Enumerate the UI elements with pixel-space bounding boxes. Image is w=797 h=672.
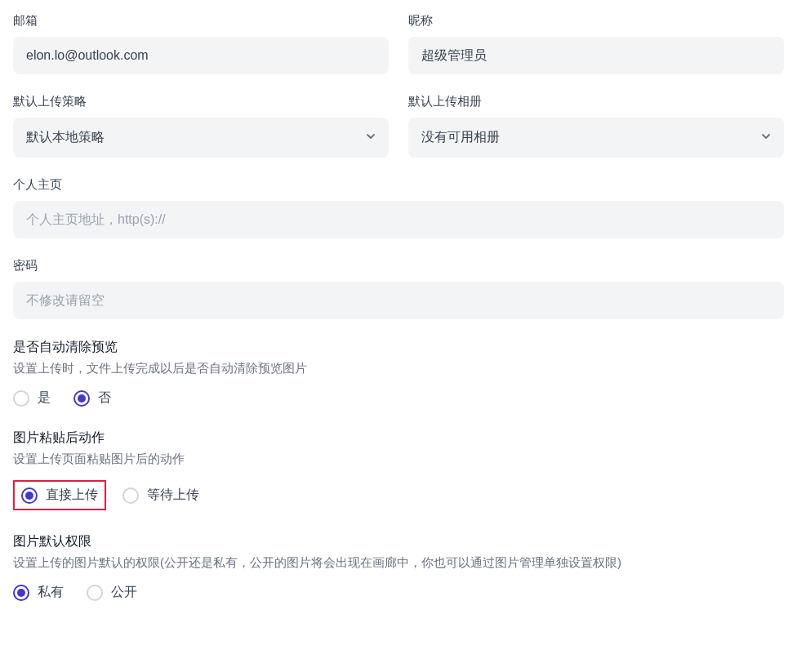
radio-label: 是 — [38, 389, 51, 407]
password-input[interactable] — [13, 282, 784, 319]
paste-action-desc: 设置上传页面粘贴图片后的动作 — [13, 452, 784, 467]
email-label: 邮箱 — [13, 13, 389, 29]
auto-clear-no-radio[interactable]: 否 — [73, 389, 111, 407]
paste-direct-radio[interactable]: 直接上传 — [21, 487, 98, 504]
password-label: 密码 — [13, 258, 784, 274]
radio-icon — [87, 585, 103, 601]
radio-icon — [73, 390, 90, 407]
upload-album-select[interactable]: 没有可用相册 — [408, 118, 784, 158]
radio-icon — [21, 487, 38, 504]
paste-action-title: 图片粘贴后动作 — [13, 429, 784, 447]
nickname-input[interactable] — [408, 37, 784, 74]
auto-clear-title: 是否自动清除预览 — [13, 339, 784, 356]
highlight-annotation: 直接上传 — [13, 480, 106, 510]
email-input[interactable] — [13, 37, 389, 74]
paste-wait-radio[interactable]: 等待上传 — [122, 487, 199, 504]
upload-album-label: 默认上传相册 — [408, 94, 784, 109]
homepage-label: 个人主页 — [13, 177, 784, 193]
homepage-input[interactable] — [13, 201, 784, 238]
radio-label: 私有 — [38, 584, 64, 601]
auto-clear-yes-radio[interactable]: 是 — [13, 389, 51, 407]
radio-label: 公开 — [111, 584, 137, 601]
radio-icon — [122, 487, 139, 504]
radio-label: 等待上传 — [147, 487, 199, 504]
radio-label: 否 — [98, 389, 111, 407]
permission-private-radio[interactable]: 私有 — [13, 584, 64, 601]
nickname-label: 昵称 — [408, 13, 784, 29]
radio-icon — [13, 390, 29, 407]
upload-strategy-label: 默认上传策略 — [13, 94, 389, 109]
upload-strategy-select[interactable]: 默认本地策略 — [13, 118, 389, 158]
permission-title: 图片默认权限 — [13, 533, 784, 550]
radio-icon — [13, 585, 29, 601]
permission-public-radio[interactable]: 公开 — [87, 584, 137, 601]
permission-desc: 设置上传的图片默认的权限(公开还是私有，公开的图片将会出现在画廊中，你也可以通过… — [13, 555, 784, 571]
radio-label: 直接上传 — [46, 487, 98, 504]
auto-clear-desc: 设置上传时，文件上传完成以后是否自动清除预览图片 — [13, 361, 784, 376]
